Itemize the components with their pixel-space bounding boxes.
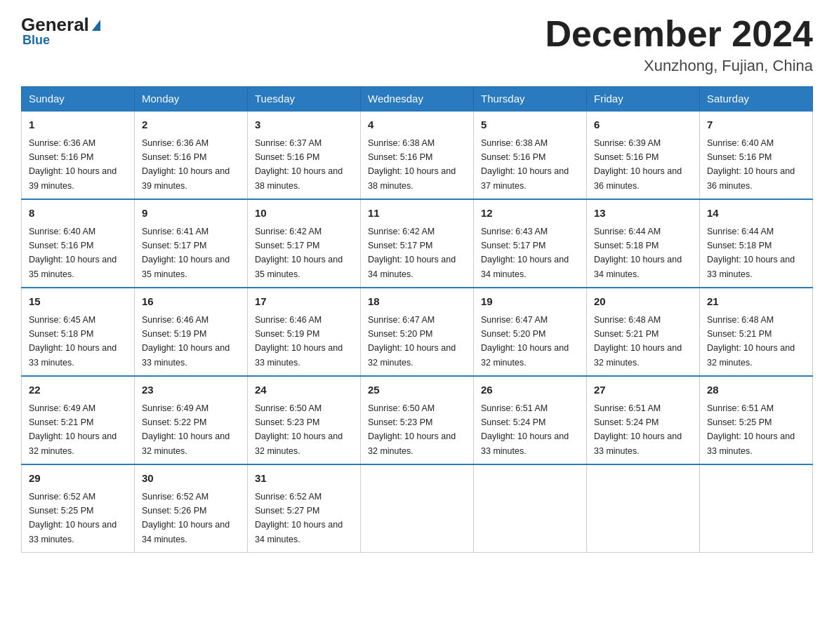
- header-wednesday: Wednesday: [361, 87, 474, 112]
- logo-triangle-icon: [92, 20, 100, 31]
- calendar-cell: 30Sunrise: 6:52 AMSunset: 5:26 PMDayligh…: [135, 464, 248, 553]
- day-number: 16: [142, 294, 240, 310]
- day-info: Sunrise: 6:42 AMSunset: 5:17 PMDaylight:…: [368, 227, 456, 279]
- calendar-cell: 2Sunrise: 6:36 AMSunset: 5:16 PMDaylight…: [135, 111, 248, 199]
- calendar-cell: [700, 464, 813, 553]
- day-info: Sunrise: 6:38 AMSunset: 5:16 PMDaylight:…: [481, 138, 569, 191]
- logo: General Blue: [21, 14, 102, 48]
- day-number: 23: [142, 382, 240, 398]
- calendar-week-4: 22Sunrise: 6:49 AMSunset: 5:21 PMDayligh…: [22, 376, 813, 464]
- day-number: 8: [29, 206, 127, 222]
- calendar-cell: 1Sunrise: 6:36 AMSunset: 5:16 PMDaylight…: [22, 111, 135, 199]
- page-header: General Blue December 2024 Xunzhong, Fuj…: [21, 14, 813, 75]
- calendar-body: 1Sunrise: 6:36 AMSunset: 5:16 PMDaylight…: [22, 111, 813, 553]
- day-number: 22: [29, 382, 127, 398]
- day-info: Sunrise: 6:41 AMSunset: 5:17 PMDaylight:…: [142, 227, 230, 279]
- calendar-cell: 6Sunrise: 6:39 AMSunset: 5:16 PMDaylight…: [587, 111, 700, 199]
- calendar-cell: 26Sunrise: 6:51 AMSunset: 5:24 PMDayligh…: [474, 376, 587, 464]
- day-info: Sunrise: 6:51 AMSunset: 5:24 PMDaylight:…: [594, 403, 682, 456]
- calendar-cell: 8Sunrise: 6:40 AMSunset: 5:16 PMDaylight…: [22, 199, 135, 288]
- calendar-week-2: 8Sunrise: 6:40 AMSunset: 5:16 PMDaylight…: [22, 199, 813, 288]
- calendar-cell: [361, 464, 474, 553]
- day-info: Sunrise: 6:48 AMSunset: 5:21 PMDaylight:…: [594, 315, 682, 368]
- day-number: 3: [255, 117, 353, 133]
- month-title: December 2024: [545, 14, 813, 54]
- header-sunday: Sunday: [22, 87, 135, 112]
- day-info: Sunrise: 6:47 AMSunset: 5:20 PMDaylight:…: [481, 315, 569, 368]
- logo-blue-text: Blue: [22, 33, 50, 48]
- day-info: Sunrise: 6:46 AMSunset: 5:19 PMDaylight:…: [142, 315, 230, 368]
- day-number: 1: [29, 117, 127, 133]
- calendar-cell: 13Sunrise: 6:44 AMSunset: 5:18 PMDayligh…: [587, 199, 700, 288]
- day-info: Sunrise: 6:38 AMSunset: 5:16 PMDaylight:…: [368, 138, 456, 191]
- day-info: Sunrise: 6:51 AMSunset: 5:25 PMDaylight:…: [707, 403, 795, 456]
- title-block: December 2024 Xunzhong, Fujian, China: [545, 14, 813, 75]
- calendar-cell: 29Sunrise: 6:52 AMSunset: 5:25 PMDayligh…: [22, 464, 135, 553]
- day-number: 28: [707, 382, 805, 398]
- calendar-cell: 7Sunrise: 6:40 AMSunset: 5:16 PMDaylight…: [700, 111, 813, 199]
- calendar-cell: 3Sunrise: 6:37 AMSunset: 5:16 PMDaylight…: [248, 111, 361, 199]
- day-number: 12: [481, 206, 579, 222]
- calendar-table: SundayMondayTuesdayWednesdayThursdayFrid…: [21, 86, 813, 553]
- day-number: 2: [142, 117, 240, 133]
- header-thursday: Thursday: [474, 87, 587, 112]
- day-number: 11: [368, 206, 466, 222]
- day-info: Sunrise: 6:42 AMSunset: 5:17 PMDaylight:…: [255, 227, 343, 279]
- calendar-cell: 9Sunrise: 6:41 AMSunset: 5:17 PMDaylight…: [135, 199, 248, 288]
- day-info: Sunrise: 6:39 AMSunset: 5:16 PMDaylight:…: [594, 138, 682, 191]
- calendar-header-row: SundayMondayTuesdayWednesdayThursdayFrid…: [22, 87, 813, 112]
- day-info: Sunrise: 6:40 AMSunset: 5:16 PMDaylight:…: [707, 138, 795, 191]
- day-number: 26: [481, 382, 579, 398]
- day-number: 9: [142, 206, 240, 222]
- day-info: Sunrise: 6:52 AMSunset: 5:27 PMDaylight:…: [255, 492, 343, 544]
- calendar-week-1: 1Sunrise: 6:36 AMSunset: 5:16 PMDaylight…: [22, 111, 813, 199]
- calendar-cell: 14Sunrise: 6:44 AMSunset: 5:18 PMDayligh…: [700, 199, 813, 288]
- calendar-cell: 10Sunrise: 6:42 AMSunset: 5:17 PMDayligh…: [248, 199, 361, 288]
- calendar-cell: 16Sunrise: 6:46 AMSunset: 5:19 PMDayligh…: [135, 288, 248, 376]
- day-info: Sunrise: 6:47 AMSunset: 5:20 PMDaylight:…: [368, 315, 456, 368]
- day-info: Sunrise: 6:50 AMSunset: 5:23 PMDaylight:…: [368, 403, 456, 456]
- calendar-cell: [587, 464, 700, 553]
- day-info: Sunrise: 6:40 AMSunset: 5:16 PMDaylight:…: [29, 227, 117, 279]
- day-number: 4: [368, 117, 466, 133]
- day-info: Sunrise: 6:52 AMSunset: 5:25 PMDaylight:…: [29, 492, 117, 544]
- calendar-cell: 20Sunrise: 6:48 AMSunset: 5:21 PMDayligh…: [587, 288, 700, 376]
- calendar-week-5: 29Sunrise: 6:52 AMSunset: 5:25 PMDayligh…: [22, 464, 813, 553]
- calendar-cell: 11Sunrise: 6:42 AMSunset: 5:17 PMDayligh…: [361, 199, 474, 288]
- header-saturday: Saturday: [700, 87, 813, 112]
- day-number: 20: [594, 294, 692, 310]
- day-number: 14: [707, 206, 805, 222]
- header-friday: Friday: [587, 87, 700, 112]
- calendar-cell: 27Sunrise: 6:51 AMSunset: 5:24 PMDayligh…: [587, 376, 700, 464]
- day-info: Sunrise: 6:46 AMSunset: 5:19 PMDaylight:…: [255, 315, 343, 368]
- day-info: Sunrise: 6:49 AMSunset: 5:21 PMDaylight:…: [29, 403, 117, 456]
- calendar-cell: 18Sunrise: 6:47 AMSunset: 5:20 PMDayligh…: [361, 288, 474, 376]
- day-info: Sunrise: 6:36 AMSunset: 5:16 PMDaylight:…: [142, 138, 230, 191]
- day-number: 29: [29, 471, 127, 487]
- day-number: 10: [255, 206, 353, 222]
- calendar-cell: 15Sunrise: 6:45 AMSunset: 5:18 PMDayligh…: [22, 288, 135, 376]
- day-number: 15: [29, 294, 127, 310]
- day-info: Sunrise: 6:37 AMSunset: 5:16 PMDaylight:…: [255, 138, 343, 191]
- location-title: Xunzhong, Fujian, China: [545, 57, 813, 75]
- day-number: 30: [142, 471, 240, 487]
- header-tuesday: Tuesday: [248, 87, 361, 112]
- calendar-cell: 22Sunrise: 6:49 AMSunset: 5:21 PMDayligh…: [22, 376, 135, 464]
- calendar-week-3: 15Sunrise: 6:45 AMSunset: 5:18 PMDayligh…: [22, 288, 813, 376]
- day-number: 5: [481, 117, 579, 133]
- calendar-cell: 17Sunrise: 6:46 AMSunset: 5:19 PMDayligh…: [248, 288, 361, 376]
- calendar-cell: 28Sunrise: 6:51 AMSunset: 5:25 PMDayligh…: [700, 376, 813, 464]
- day-info: Sunrise: 6:44 AMSunset: 5:18 PMDaylight:…: [594, 227, 682, 279]
- day-info: Sunrise: 6:52 AMSunset: 5:26 PMDaylight:…: [142, 492, 230, 544]
- day-number: 19: [481, 294, 579, 310]
- calendar-cell: 21Sunrise: 6:48 AMSunset: 5:21 PMDayligh…: [700, 288, 813, 376]
- calendar-header: SundayMondayTuesdayWednesdayThursdayFrid…: [22, 87, 813, 112]
- day-number: 18: [368, 294, 466, 310]
- header-monday: Monday: [135, 87, 248, 112]
- day-info: Sunrise: 6:50 AMSunset: 5:23 PMDaylight:…: [255, 403, 343, 456]
- calendar-cell: 12Sunrise: 6:43 AMSunset: 5:17 PMDayligh…: [474, 199, 587, 288]
- calendar-cell: 19Sunrise: 6:47 AMSunset: 5:20 PMDayligh…: [474, 288, 587, 376]
- calendar-cell: 24Sunrise: 6:50 AMSunset: 5:23 PMDayligh…: [248, 376, 361, 464]
- calendar-cell: 4Sunrise: 6:38 AMSunset: 5:16 PMDaylight…: [361, 111, 474, 199]
- day-info: Sunrise: 6:43 AMSunset: 5:17 PMDaylight:…: [481, 227, 569, 279]
